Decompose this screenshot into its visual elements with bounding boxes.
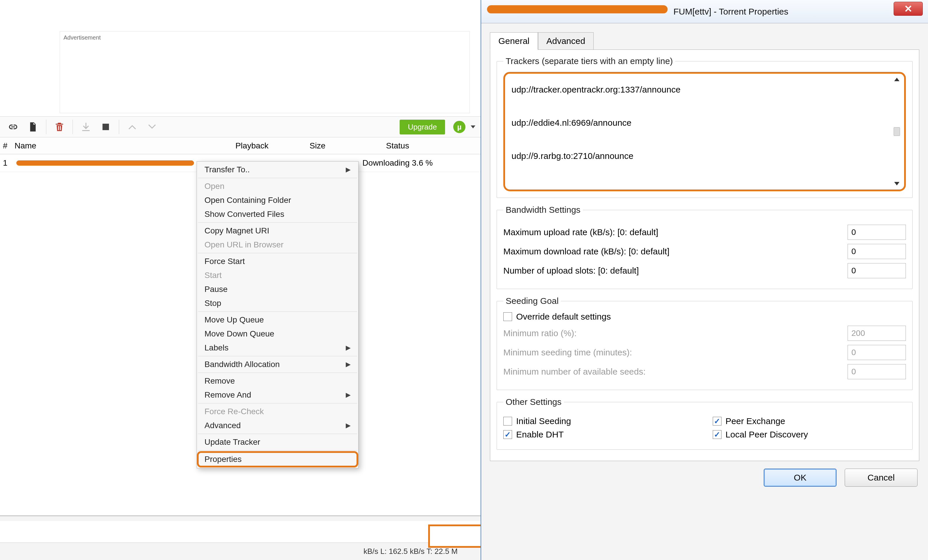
ctx-show-converted[interactable]: Show Converted Files	[197, 207, 358, 221]
max-upload-input[interactable]	[848, 225, 906, 240]
redacted-name-icon	[16, 160, 194, 166]
ctx-separator	[198, 253, 357, 253]
ctx-bandwidth-allocation[interactable]: Bandwidth Allocation ▶	[197, 358, 358, 371]
checkbox-icon	[503, 417, 512, 426]
trackers-scrollbar[interactable]	[893, 78, 901, 186]
submenu-arrow-icon: ▶	[346, 166, 351, 173]
checkbox-checked-icon	[503, 430, 512, 439]
scroll-up-icon[interactable]	[894, 78, 899, 81]
cancel-button[interactable]: Cancel	[845, 469, 917, 487]
ctx-label: Stop	[205, 298, 221, 308]
svg-rect-0	[102, 124, 109, 130]
trackers-textarea[interactable]: udp://tracker.opentrackr.org:1337/announ…	[503, 72, 906, 191]
ctx-update-tracker[interactable]: Update Tracker	[197, 435, 358, 449]
ctx-open-url: Open URL in Browser	[197, 238, 358, 252]
trackers-legend: Trackers (separate tiers with an empty l…	[503, 56, 675, 66]
stop-button[interactable]	[98, 119, 114, 135]
chevron-up-icon	[127, 122, 138, 132]
ctx-label: Pause	[205, 285, 227, 294]
min-seeds-row: Minimum number of available seeds:	[503, 364, 906, 379]
delete-button[interactable]	[52, 119, 67, 135]
dropdown-caret-icon[interactable]	[471, 125, 475, 128]
initial-seeding-checkbox[interactable]: Initial Seeding	[503, 416, 696, 426]
ctx-label: Properties	[205, 455, 242, 464]
ctx-advanced[interactable]: Advanced ▶	[197, 418, 358, 432]
min-ratio-row: Minimum ratio (%):	[503, 326, 906, 341]
column-status[interactable]: Status	[346, 141, 449, 151]
ctx-separator	[198, 373, 357, 373]
min-time-input	[848, 345, 906, 360]
details-pane-splitter[interactable]	[0, 515, 481, 521]
advertisement-label: Advertisement	[64, 34, 101, 41]
dialog-close-button[interactable]: ✕	[894, 2, 923, 16]
column-number[interactable]: #	[0, 141, 12, 151]
peer-exchange-checkbox[interactable]: Peer Exchange	[713, 416, 906, 426]
scroll-down-icon[interactable]	[894, 182, 899, 186]
ctx-labels[interactable]: Labels ▶	[197, 341, 358, 355]
upload-slots-input[interactable]	[848, 263, 906, 278]
ctx-pause[interactable]: Pause	[197, 282, 358, 296]
ctx-force-start[interactable]: Force Start	[197, 254, 358, 268]
seeding-goal-legend: Seeding Goal	[503, 296, 561, 306]
min-time-row: Minimum seeding time (minutes):	[503, 345, 906, 360]
tab-advanced[interactable]: Advanced	[538, 32, 594, 50]
download-icon	[80, 122, 92, 132]
column-playback[interactable]: Playback	[215, 141, 288, 151]
max-upload-row: Maximum upload rate (kB/s): [0: default]	[503, 225, 906, 240]
ctx-open: Open	[197, 179, 358, 193]
ctx-transfer-to[interactable]: Transfer To.. ▶	[197, 163, 358, 177]
add-url-button[interactable]	[5, 119, 21, 135]
close-icon: ✕	[904, 3, 912, 15]
column-size[interactable]: Size	[288, 141, 346, 151]
add-torrent-button[interactable]	[25, 119, 41, 135]
stop-icon	[100, 122, 111, 132]
ctx-remove[interactable]: Remove	[197, 374, 358, 388]
ctx-open-containing[interactable]: Open Containing Folder	[197, 193, 358, 207]
ctx-move-up[interactable]: Move Up Queue	[197, 313, 358, 327]
submenu-arrow-icon: ▶	[346, 422, 351, 429]
tracker-line: udp://eddie4.nl:6969/announce	[511, 114, 894, 131]
checkbox-icon	[503, 312, 512, 321]
max-download-label: Maximum download rate (kB/s): [0: defaul…	[503, 247, 669, 256]
submenu-arrow-icon: ▶	[346, 391, 351, 399]
tracker-line: udp://tracker.opentrackr.org:1337/announ…	[511, 81, 894, 98]
status-bar: kB/s L: 162.5 kB/s T: 22.5 M	[0, 543, 481, 560]
move-up-button[interactable]	[124, 119, 140, 135]
max-download-row: Maximum download rate (kB/s): [0: defaul…	[503, 244, 906, 259]
peer-exchange-label: Peer Exchange	[725, 416, 785, 426]
torrent-list-header: # Name Playback Size Status	[0, 137, 481, 154]
tab-general[interactable]: General	[490, 32, 538, 50]
ctx-label: Open Containing Folder	[205, 196, 291, 205]
ctx-label: Copy Magnet URI	[205, 226, 269, 236]
row-status: Downloading 3.6 %	[346, 158, 449, 167]
min-time-label: Minimum seeding time (minutes):	[503, 347, 632, 358]
ctx-copy-magnet[interactable]: Copy Magnet URI	[197, 224, 358, 238]
chevron-down-icon	[147, 122, 157, 132]
ctx-properties[interactable]: Properties	[197, 451, 358, 467]
override-defaults-checkbox[interactable]: Override default settings	[503, 312, 906, 322]
ctx-remove-and[interactable]: Remove And ▶	[197, 388, 358, 402]
tracker-line: udp://9.rarbg.to:2710/announce	[511, 148, 894, 164]
enable-dht-label: Enable DHT	[516, 430, 563, 440]
ctx-stop[interactable]: Stop	[197, 296, 358, 310]
utorrent-logo-icon[interactable]: µ	[453, 121, 466, 133]
torrent-context-menu: Transfer To.. ▶ Open Open Containing Fol…	[197, 161, 359, 468]
file-add-icon	[27, 122, 38, 132]
ctx-move-down[interactable]: Move Down Queue	[197, 327, 358, 341]
ctx-label: Advanced	[205, 421, 241, 430]
dialog-titlebar[interactable]: FUM[ettv] - Torrent Properties ✕	[481, 0, 928, 23]
start-button[interactable]	[78, 119, 94, 135]
local-peer-discovery-checkbox[interactable]: Local Peer Discovery	[713, 430, 906, 440]
ctx-force-recheck: Force Re-Check	[197, 405, 358, 418]
upgrade-button[interactable]: Upgrade	[400, 120, 445, 134]
enable-dht-checkbox[interactable]: Enable DHT	[503, 430, 696, 440]
override-defaults-label: Override default settings	[516, 312, 611, 322]
checkbox-checked-icon	[713, 417, 722, 426]
move-down-button[interactable]	[144, 119, 160, 135]
scroll-grip-icon[interactable]	[894, 127, 900, 136]
bandwidth-group: Bandwidth Settings Maximum upload rate (…	[497, 205, 913, 289]
max-download-input[interactable]	[848, 244, 906, 259]
column-name[interactable]: Name	[12, 141, 215, 151]
min-ratio-input	[848, 326, 906, 341]
ok-button[interactable]: OK	[764, 469, 836, 487]
